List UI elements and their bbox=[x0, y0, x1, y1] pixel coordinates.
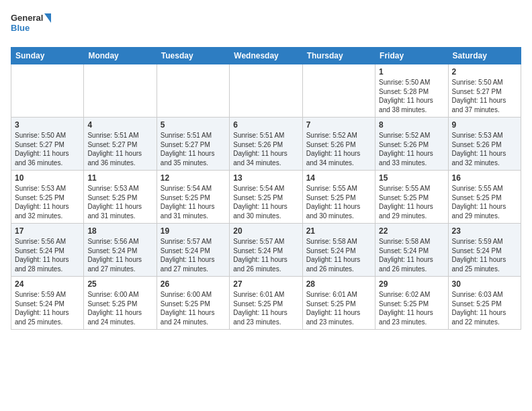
weekday-header-row: SundayMondayTuesdayWednesdayThursdayFrid… bbox=[11, 48, 521, 64]
day-number: 10 bbox=[15, 173, 80, 183]
calendar-week-row: 17Sunrise: 5:56 AM Sunset: 5:24 PM Dayli… bbox=[11, 224, 521, 277]
calendar-week-row: 1Sunrise: 5:50 AM Sunset: 5:28 PM Daylig… bbox=[11, 64, 521, 118]
weekday-header: Wednesday bbox=[230, 48, 302, 64]
weekday-header: Saturday bbox=[448, 48, 521, 64]
day-number: 15 bbox=[379, 173, 444, 183]
calendar-cell: 26Sunrise: 6:00 AM Sunset: 5:25 PM Dayli… bbox=[157, 277, 229, 330]
day-number: 4 bbox=[87, 120, 152, 130]
calendar-cell: 3Sunrise: 5:50 AM Sunset: 5:27 PM Daylig… bbox=[11, 118, 84, 171]
day-number: 3 bbox=[15, 120, 80, 130]
day-number: 14 bbox=[306, 173, 371, 183]
calendar-cell: 30Sunrise: 6:03 AM Sunset: 5:25 PM Dayli… bbox=[448, 277, 521, 330]
day-info: Sunrise: 5:51 AM Sunset: 5:27 PM Dayligh… bbox=[161, 131, 226, 167]
day-number: 1 bbox=[379, 67, 444, 77]
day-info: Sunrise: 6:01 AM Sunset: 5:25 PM Dayligh… bbox=[306, 290, 371, 326]
calendar-cell: 19Sunrise: 5:57 AM Sunset: 5:24 PM Dayli… bbox=[157, 224, 229, 277]
calendar-cell bbox=[11, 64, 84, 118]
calendar-cell: 21Sunrise: 5:58 AM Sunset: 5:24 PM Dayli… bbox=[302, 224, 375, 277]
calendar-cell: 23Sunrise: 5:59 AM Sunset: 5:24 PM Dayli… bbox=[448, 224, 521, 277]
weekday-header: Monday bbox=[84, 48, 157, 64]
day-info: Sunrise: 5:52 AM Sunset: 5:26 PM Dayligh… bbox=[306, 131, 371, 167]
day-number: 20 bbox=[233, 226, 298, 236]
calendar-cell: 29Sunrise: 6:02 AM Sunset: 5:25 PM Dayli… bbox=[375, 277, 448, 330]
day-number: 27 bbox=[233, 279, 298, 289]
calendar-cell: 20Sunrise: 5:57 AM Sunset: 5:24 PM Dayli… bbox=[230, 224, 302, 277]
day-number: 12 bbox=[161, 173, 226, 183]
calendar-cell: 16Sunrise: 5:55 AM Sunset: 5:25 PM Dayli… bbox=[448, 171, 521, 224]
day-info: Sunrise: 5:50 AM Sunset: 5:28 PM Dayligh… bbox=[379, 78, 444, 114]
calendar-cell: 27Sunrise: 6:01 AM Sunset: 5:25 PM Dayli… bbox=[230, 277, 302, 330]
day-info: Sunrise: 5:55 AM Sunset: 5:25 PM Dayligh… bbox=[379, 184, 444, 220]
day-info: Sunrise: 6:03 AM Sunset: 5:25 PM Dayligh… bbox=[452, 290, 517, 326]
day-number: 5 bbox=[161, 120, 226, 130]
day-number: 29 bbox=[379, 279, 444, 289]
day-number: 30 bbox=[452, 279, 517, 289]
day-info: Sunrise: 5:52 AM Sunset: 5:26 PM Dayligh… bbox=[379, 131, 444, 167]
day-info: Sunrise: 5:55 AM Sunset: 5:25 PM Dayligh… bbox=[306, 184, 371, 220]
logo: General Blue bbox=[11, 11, 51, 39]
calendar-week-row: 24Sunrise: 5:59 AM Sunset: 5:24 PM Dayli… bbox=[11, 277, 521, 330]
day-info: Sunrise: 5:53 AM Sunset: 5:25 PM Dayligh… bbox=[15, 184, 80, 220]
calendar-cell: 17Sunrise: 5:56 AM Sunset: 5:24 PM Dayli… bbox=[11, 224, 84, 277]
day-info: Sunrise: 5:50 AM Sunset: 5:27 PM Dayligh… bbox=[452, 78, 517, 114]
day-info: Sunrise: 5:53 AM Sunset: 5:25 PM Dayligh… bbox=[87, 184, 152, 220]
day-info: Sunrise: 5:57 AM Sunset: 5:24 PM Dayligh… bbox=[161, 237, 226, 273]
day-number: 23 bbox=[452, 226, 517, 236]
day-number: 2 bbox=[452, 67, 517, 77]
day-info: Sunrise: 5:54 AM Sunset: 5:25 PM Dayligh… bbox=[233, 184, 298, 220]
weekday-header: Thursday bbox=[302, 48, 375, 64]
calendar-cell: 24Sunrise: 5:59 AM Sunset: 5:24 PM Dayli… bbox=[11, 277, 84, 330]
day-number: 24 bbox=[15, 279, 80, 289]
calendar-cell bbox=[302, 64, 375, 118]
calendar-cell: 11Sunrise: 5:53 AM Sunset: 5:25 PM Dayli… bbox=[84, 171, 157, 224]
day-number: 6 bbox=[233, 120, 298, 130]
day-number: 19 bbox=[161, 226, 226, 236]
calendar-cell: 8Sunrise: 5:52 AM Sunset: 5:26 PM Daylig… bbox=[375, 118, 448, 171]
day-info: Sunrise: 5:51 AM Sunset: 5:26 PM Dayligh… bbox=[233, 131, 298, 167]
day-info: Sunrise: 5:56 AM Sunset: 5:24 PM Dayligh… bbox=[15, 237, 80, 273]
calendar-cell: 4Sunrise: 5:51 AM Sunset: 5:27 PM Daylig… bbox=[84, 118, 157, 171]
day-info: Sunrise: 5:58 AM Sunset: 5:24 PM Dayligh… bbox=[306, 237, 371, 273]
calendar-cell bbox=[84, 64, 157, 118]
day-info: Sunrise: 5:55 AM Sunset: 5:25 PM Dayligh… bbox=[452, 184, 517, 220]
day-number: 26 bbox=[161, 279, 226, 289]
calendar-cell: 6Sunrise: 5:51 AM Sunset: 5:26 PM Daylig… bbox=[230, 118, 302, 171]
day-number: 16 bbox=[452, 173, 517, 183]
day-info: Sunrise: 5:51 AM Sunset: 5:27 PM Dayligh… bbox=[87, 131, 152, 167]
day-info: Sunrise: 5:50 AM Sunset: 5:27 PM Dayligh… bbox=[15, 131, 80, 167]
day-info: Sunrise: 5:57 AM Sunset: 5:24 PM Dayligh… bbox=[233, 237, 298, 273]
calendar-cell: 12Sunrise: 5:54 AM Sunset: 5:25 PM Dayli… bbox=[157, 171, 229, 224]
logo-svg: General Blue bbox=[11, 11, 51, 39]
calendar-cell: 5Sunrise: 5:51 AM Sunset: 5:27 PM Daylig… bbox=[157, 118, 229, 171]
calendar-cell: 14Sunrise: 5:55 AM Sunset: 5:25 PM Dayli… bbox=[302, 171, 375, 224]
day-number: 17 bbox=[15, 226, 80, 236]
calendar-cell: 22Sunrise: 5:58 AM Sunset: 5:24 PM Dayli… bbox=[375, 224, 448, 277]
day-info: Sunrise: 6:00 AM Sunset: 5:25 PM Dayligh… bbox=[87, 290, 152, 326]
calendar-week-row: 3Sunrise: 5:50 AM Sunset: 5:27 PM Daylig… bbox=[11, 118, 521, 171]
day-number: 28 bbox=[306, 279, 371, 289]
calendar-week-row: 10Sunrise: 5:53 AM Sunset: 5:25 PM Dayli… bbox=[11, 171, 521, 224]
calendar-cell: 7Sunrise: 5:52 AM Sunset: 5:26 PM Daylig… bbox=[302, 118, 375, 171]
day-number: 25 bbox=[87, 279, 152, 289]
day-info: Sunrise: 5:59 AM Sunset: 5:24 PM Dayligh… bbox=[15, 290, 80, 326]
weekday-header: Sunday bbox=[11, 48, 84, 64]
day-number: 21 bbox=[306, 226, 371, 236]
day-info: Sunrise: 6:02 AM Sunset: 5:25 PM Dayligh… bbox=[379, 290, 444, 326]
calendar-cell: 9Sunrise: 5:53 AM Sunset: 5:26 PM Daylig… bbox=[448, 118, 521, 171]
calendar-cell: 25Sunrise: 6:00 AM Sunset: 5:25 PM Dayli… bbox=[84, 277, 157, 330]
calendar-cell: 28Sunrise: 6:01 AM Sunset: 5:25 PM Dayli… bbox=[302, 277, 375, 330]
weekday-header: Tuesday bbox=[157, 48, 229, 64]
calendar-table: SundayMondayTuesdayWednesdayThursdayFrid… bbox=[11, 47, 521, 330]
day-info: Sunrise: 6:00 AM Sunset: 5:25 PM Dayligh… bbox=[161, 290, 226, 326]
svg-marker-2 bbox=[44, 13, 51, 23]
day-info: Sunrise: 5:59 AM Sunset: 5:24 PM Dayligh… bbox=[452, 237, 517, 273]
calendar-cell: 13Sunrise: 5:54 AM Sunset: 5:25 PM Dayli… bbox=[230, 171, 302, 224]
svg-text:Blue: Blue bbox=[11, 23, 30, 33]
day-info: Sunrise: 5:53 AM Sunset: 5:26 PM Dayligh… bbox=[452, 131, 517, 167]
day-number: 7 bbox=[306, 120, 371, 130]
day-info: Sunrise: 5:56 AM Sunset: 5:24 PM Dayligh… bbox=[87, 237, 152, 273]
day-info: Sunrise: 5:54 AM Sunset: 5:25 PM Dayligh… bbox=[161, 184, 226, 220]
day-number: 11 bbox=[87, 173, 152, 183]
calendar-cell: 18Sunrise: 5:56 AM Sunset: 5:24 PM Dayli… bbox=[84, 224, 157, 277]
day-number: 13 bbox=[233, 173, 298, 183]
